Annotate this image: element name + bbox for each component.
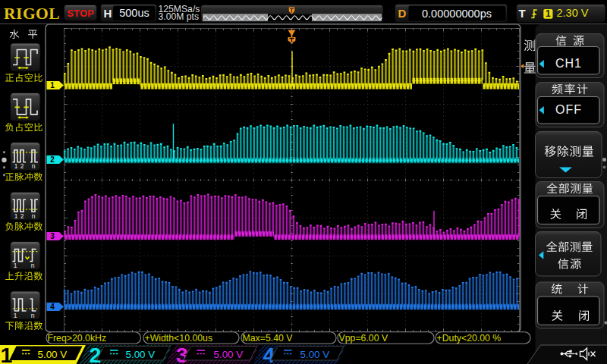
svg-text:n: n (31, 262, 35, 269)
svg-text:5.00 V: 5.00 V (214, 349, 244, 360)
svg-text:n: n (32, 162, 36, 170)
svg-text:STOP: STOP (67, 8, 94, 19)
svg-text:1: 1 (14, 212, 18, 220)
svg-text:2: 2 (50, 155, 55, 164)
svg-text:2: 2 (90, 343, 102, 364)
svg-text:0.00000000ps: 0.00000000ps (422, 8, 492, 20)
svg-text:2.30 V: 2.30 V (557, 7, 589, 19)
svg-text:5.00 V: 5.00 V (300, 349, 330, 360)
svg-text:1: 1 (14, 262, 17, 269)
svg-text:1: 1 (50, 81, 55, 89)
svg-text:2: 2 (20, 212, 24, 220)
svg-text:1: 1 (546, 8, 551, 19)
svg-text:n: n (31, 312, 35, 319)
svg-text:+Duty<20.00 %: +Duty<20.00 % (437, 333, 502, 344)
svg-text:T: T (519, 7, 526, 20)
svg-text:3: 3 (176, 343, 188, 364)
svg-text:2: 2 (20, 162, 24, 170)
svg-text:1: 1 (14, 162, 18, 170)
svg-text:1: 1 (1, 343, 13, 364)
svg-text:500us: 500us (119, 7, 149, 19)
svg-text:OFF: OFF (555, 103, 582, 116)
svg-text:D: D (398, 7, 407, 20)
svg-text:5.00 V: 5.00 V (38, 349, 68, 360)
svg-text:4: 4 (263, 343, 275, 364)
svg-text:4: 4 (50, 303, 55, 311)
svg-text:3: 3 (50, 232, 55, 240)
svg-text:5.00 V: 5.00 V (126, 349, 156, 360)
svg-text:CH1: CH1 (555, 57, 582, 70)
svg-text:1: 1 (14, 312, 17, 319)
svg-text:3.00M pts: 3.00M pts (159, 11, 200, 22)
svg-text:Vpp=6.00 V: Vpp=6.00 V (339, 333, 388, 344)
svg-text:H: H (104, 7, 112, 20)
svg-text:RIGOL: RIGOL (4, 5, 60, 23)
svg-text:n: n (32, 212, 36, 220)
